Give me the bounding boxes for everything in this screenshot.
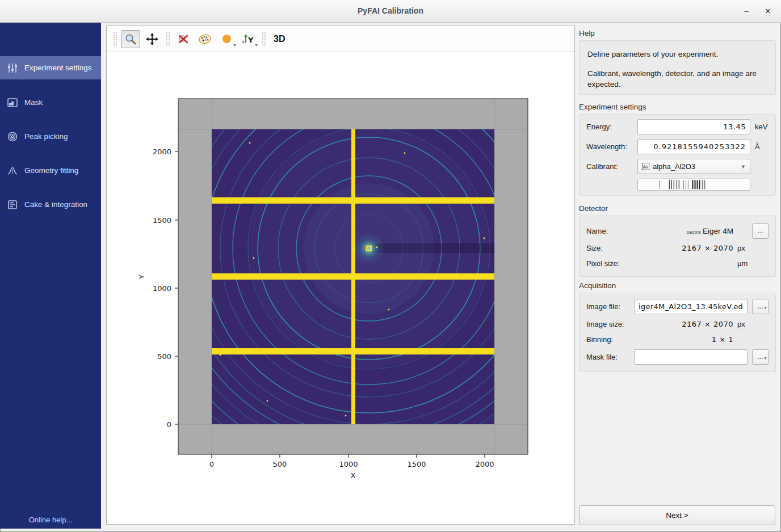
zoom-tool-button[interactable] (121, 30, 140, 48)
help-section: Help Define parameters of your experimen… (579, 29, 776, 95)
binning-label: Binning: (586, 335, 632, 344)
toolbar-drag-handle[interactable] (113, 32, 117, 47)
plot-panel: ▼ a Y ▼ 3D (106, 26, 575, 525)
concentric-rings-icon (7, 131, 18, 142)
image-file-label: Image file: (586, 302, 629, 311)
sidebar-item-label: Cake & integration (24, 200, 87, 209)
help-paragraph: Define parameters of your experiment. (587, 49, 769, 60)
dropdown-arrow-icon: ▼ (763, 301, 767, 314)
magnifier-icon (124, 33, 137, 45)
x-tick-label: 1500 (407, 460, 426, 468)
clear-zoom-button[interactable] (174, 30, 193, 48)
calibrant-label: Calibrant: (586, 162, 637, 171)
y-tick-label: 1000 (153, 284, 171, 293)
calibrant-rings-preview (637, 179, 750, 191)
detector-image-plot[interactable]: 0 500 1000 1500 2000 X 2000 1500 1000 50… (107, 52, 574, 524)
cake-lines-icon (7, 199, 18, 210)
detector-size-value: 2167 × 2070 (637, 244, 733, 252)
image-file-browse-button[interactable]: ...▼ (752, 299, 769, 314)
toolbar-drag-handle[interactable] (262, 32, 266, 47)
detector-more-button[interactable]: ... (752, 223, 769, 239)
energy-field[interactable] (637, 119, 750, 134)
sidebar-item-geometry-fitting[interactable]: Geometry fitting (0, 159, 101, 182)
sidebar-item-experiment-settings[interactable]: Experiment settings (0, 56, 101, 79)
marker-color-button[interactable]: ▼ (217, 30, 236, 48)
palette-icon (198, 33, 212, 45)
red-cross-magnifier-icon (177, 33, 190, 45)
mask-file-browse-button[interactable]: ...▼ (752, 349, 769, 365)
y-tick-label: 0 (167, 420, 171, 429)
close-button[interactable]: ✕ (761, 5, 775, 18)
y-axis-orientation-button[interactable]: a Y ▼ (238, 30, 258, 48)
wavelength-field[interactable] (637, 139, 750, 154)
sidebar-item-mask[interactable]: Mask (0, 91, 101, 114)
window-title: PyFAI Calibration (0, 6, 781, 15)
pan-arrows-icon (146, 33, 158, 45)
minimize-button[interactable]: – (739, 5, 754, 18)
dropdown-arrow-icon: ▼ (763, 352, 767, 365)
acquisition-section: Acquisition Image file: ...▼ Image size:… (579, 281, 776, 372)
y-tick-label: 2000 (153, 147, 171, 156)
chevron-down-icon: ▼ (741, 164, 746, 170)
mask-file-field[interactable] (634, 349, 748, 365)
detector-section: Detector Name: DectrisEiger 4M ... Size:… (579, 204, 776, 277)
y-tick-marks (175, 151, 178, 424)
sidebar-item-label: Geometry fitting (24, 166, 78, 175)
energy-unit: keV (750, 123, 769, 131)
detector-model: Eiger 4M (703, 227, 733, 235)
y-tick-label: 500 (157, 352, 171, 361)
detector-title: Detector (579, 204, 776, 216)
y-tick-label: 1500 (153, 216, 171, 225)
sidebar-item-peak-picking[interactable]: Peak picking (0, 125, 101, 148)
3d-label: 3D (270, 34, 288, 44)
dropdown-arrow-icon: ▼ (233, 43, 237, 47)
x-tick-label: 500 (273, 460, 287, 468)
image-size-unit: px (733, 320, 748, 328)
dark-streak (372, 243, 494, 253)
detector-size-unit: px (733, 244, 748, 252)
online-help-link[interactable]: Online help... (0, 516, 101, 524)
sidebar-item-cake-integration[interactable]: Cake & integration (0, 193, 101, 216)
svg-text:Y: Y (247, 36, 254, 44)
experiment-settings-title: Experiment settings (579, 103, 776, 114)
x-tick-marks (212, 454, 485, 458)
colormap-button[interactable] (195, 30, 215, 48)
help-paragraph: Calibrant, wavelength, detector, and an … (587, 68, 769, 90)
settings-panel: Help Define parameters of your experimen… (579, 26, 776, 525)
x-tick-label: 2000 (475, 460, 494, 468)
y-axis-label: Y (137, 275, 146, 280)
pixel-size-label: Pixel size: (586, 259, 637, 268)
acquisition-title: Acquisition (579, 281, 776, 293)
browse-dots: ... (757, 302, 763, 310)
x-tick-label: 0 (209, 460, 214, 468)
x-axis-label: X (351, 471, 356, 480)
sliders-icon (7, 62, 18, 74)
calibrant-select[interactable]: alpha_Al2O3 ▼ (637, 159, 750, 174)
dropdown-arrow-icon: ▼ (254, 43, 258, 47)
3d-view-button[interactable]: 3D (270, 30, 289, 48)
detector-size-label: Size: (586, 244, 637, 252)
sidebar-item-label: Peak picking (24, 132, 68, 141)
pixel-size-unit: µm (733, 259, 748, 268)
wavelength-label: Wavelength: (586, 142, 637, 151)
titlebar: PyFAI Calibration – ✕ (0, 0, 781, 23)
y-axis-up-arrow-icon: a Y (241, 33, 255, 45)
energy-label: Energy: (586, 123, 637, 131)
peak-curve-icon (7, 165, 18, 176)
sidebar-item-label: Mask (24, 98, 43, 107)
next-button[interactable]: Next > (579, 505, 775, 525)
image-file-field[interactable] (634, 299, 748, 314)
detector-name-label: Name: (586, 227, 637, 235)
pan-tool-button[interactable] (142, 30, 162, 48)
wavelength-unit: Å (750, 142, 769, 151)
experiment-settings-section: Experiment settings Energy: keV Waveleng… (579, 103, 776, 196)
x-tick-label: 1000 (339, 460, 358, 468)
mask-icon (7, 97, 18, 108)
binning-value: 1 × 1 (632, 335, 733, 344)
sidebar-item-label: Experiment settings (24, 64, 92, 72)
beam-center-glow (353, 233, 385, 264)
toolbar-drag-handle[interactable] (166, 32, 170, 47)
svg-text:a: a (242, 40, 244, 44)
plot-toolbar: ▼ a Y ▼ 3D (107, 26, 574, 52)
mask-file-label: Mask file: (586, 353, 629, 361)
